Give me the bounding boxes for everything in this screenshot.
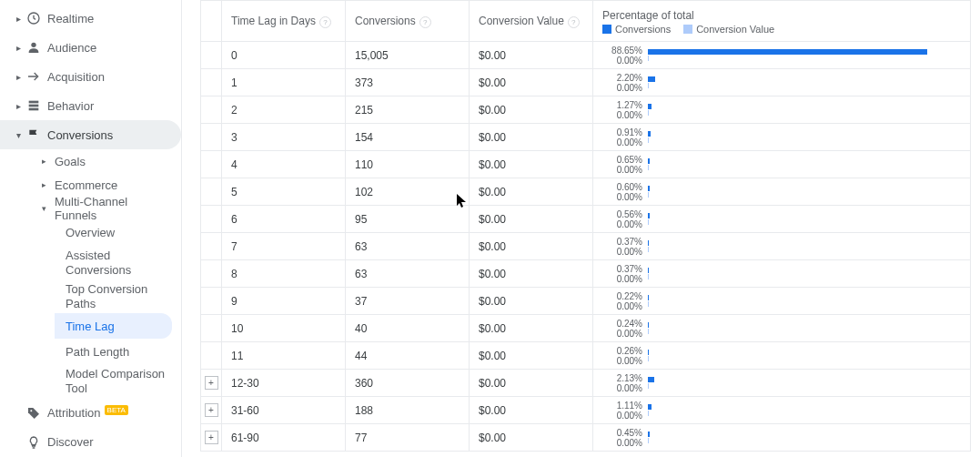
sidebar-item-path-length[interactable]: Path Length [55, 339, 181, 364]
pct-bars [648, 397, 970, 423]
pct-title: Percentage of total [602, 9, 961, 22]
cell-conversion-value: $0.00 [470, 342, 593, 370]
value: 61-90 [231, 432, 259, 444]
bar-conversions [648, 131, 651, 137]
expand-button[interactable]: + [205, 431, 218, 444]
bar-conversions [648, 104, 652, 109]
sidebar-item-assisted[interactable]: Assisted Conversions [55, 246, 175, 279]
sidebar-item-goals[interactable]: ▸ Goals [44, 149, 181, 173]
pct-labels: 0.22%0.00% [593, 288, 648, 314]
value: 360 [355, 377, 373, 390]
sidebar-item-time-lag[interactable]: Time Lag [55, 313, 172, 339]
table-row: 763$0.000.37%0.00% [201, 233, 971, 260]
help-icon[interactable]: ? [568, 16, 580, 28]
chevron-right-icon: ▸ [13, 101, 24, 111]
cell-timelag: 8 [222, 260, 346, 288]
sidebar-item-mcf[interactable]: ▾ Multi-Channel Funnels [44, 197, 181, 220]
value: 44 [355, 350, 367, 362]
cell-conversion-value: $0.00 [470, 288, 593, 315]
col-conversions[interactable]: Conversions? [346, 1, 470, 42]
bar-conversion-value [648, 274, 649, 279]
bar-conversions [648, 377, 654, 382]
bar-conversions [648, 295, 649, 300]
pct-labels: 88.65%0.00% [593, 42, 648, 68]
expand-cell [201, 178, 222, 206]
sidebar-item-ecommerce[interactable]: ▸ Ecommerce [44, 173, 181, 197]
value: 11 [231, 350, 243, 362]
value: $0.00 [479, 213, 506, 226]
pct-bars [648, 178, 970, 205]
stack-icon [24, 98, 44, 113]
value: $0.00 [479, 49, 506, 62]
value: 4 [231, 158, 237, 171]
nav-item-realtime[interactable]: ▸ Realtime [0, 4, 181, 33]
beta-badge: BETA [105, 405, 128, 415]
bar-conversions [648, 76, 655, 82]
cell-conversions: 40 [346, 315, 470, 342]
help-icon[interactable]: ? [419, 16, 431, 28]
pct-labels: 0.26%0.00% [593, 342, 648, 369]
nav-label: AttributionBETA [47, 406, 128, 420]
cell-timelag: 7 [222, 233, 346, 260]
bar-conversion-value [648, 83, 649, 88]
person-icon [24, 40, 44, 55]
nav-item-behavior[interactable]: ▸ Behavior [0, 91, 181, 120]
cell-conversions: 373 [346, 69, 470, 96]
sidebar-item-label: Model Comparison Tool [66, 367, 175, 395]
pct-labels: 0.37%0.00% [593, 260, 648, 287]
sidebar: ▸ Realtime ▸ Audience ▸ Acquisition [0, 0, 182, 457]
cell-percentage: 2.13%0.00% [593, 370, 971, 397]
cell-percentage: 0.60%0.00% [593, 178, 971, 206]
chevron-right-icon: ▸ [42, 157, 46, 166]
nav-item-conversions[interactable]: ▾ Conversions [0, 120, 181, 149]
nav-item-audience[interactable]: ▸ Audience [0, 33, 181, 62]
bar-conversion-value [648, 356, 649, 361]
value: 154 [355, 131, 373, 144]
cell-conversions: 188 [346, 397, 470, 424]
expand-cell [201, 96, 222, 124]
cell-conversions: 15,005 [346, 42, 470, 69]
cell-conversion-value: $0.00 [470, 151, 593, 178]
cell-timelag: 11 [222, 342, 346, 370]
sidebar-item-overview[interactable]: Overview [55, 220, 181, 246]
bar-conversions [648, 404, 652, 410]
col-conversion-value[interactable]: Conversion Value? [470, 1, 593, 42]
table-row: 5102$0.000.60%0.00% [201, 178, 971, 206]
col-timelag[interactable]: Time Lag in Days? [222, 1, 346, 42]
bar-conversions [648, 158, 650, 164]
expand-button[interactable]: + [205, 376, 218, 390]
legend-conversion-value: Conversion Value [683, 24, 774, 35]
cell-conversion-value: $0.00 [470, 315, 593, 342]
expand-cell [201, 233, 222, 260]
pct-bars [648, 370, 970, 396]
cell-conversions: 102 [346, 178, 470, 206]
nav-item-discover[interactable]: Discover [0, 428, 181, 457]
chevron-down-icon: ▾ [42, 204, 46, 213]
nav-label: Acquisition [47, 70, 105, 84]
cell-percentage: 0.24%0.00% [593, 315, 971, 342]
value: 8 [231, 268, 237, 280]
cell-timelag: 5 [222, 178, 346, 206]
sidebar-item-model-comparison[interactable]: Model Comparison Tool [55, 364, 175, 398]
nav-item-attribution[interactable]: AttributionBETA [0, 399, 181, 428]
sidebar-item-top-paths[interactable]: Top Conversion Paths [55, 279, 175, 313]
expand-cell[interactable]: + [201, 370, 222, 397]
expand-cell[interactable]: + [201, 397, 222, 424]
chevron-right-icon: ▸ [13, 43, 24, 53]
nav-item-acquisition[interactable]: ▸ Acquisition [0, 62, 181, 91]
help-icon[interactable]: ? [319, 16, 331, 28]
bar-conversion-value [648, 438, 649, 443]
cell-conversions: 44 [346, 342, 470, 370]
table-row: +12-30360$0.002.13%0.00% [201, 370, 971, 397]
expand-cell [201, 69, 222, 96]
cell-percentage: 0.26%0.00% [593, 342, 971, 370]
value: 102 [355, 186, 373, 198]
col-expand [201, 1, 222, 42]
expand-button[interactable]: + [205, 403, 218, 417]
cell-conversion-value: $0.00 [470, 424, 593, 452]
sidebar-item-label: Assisted Conversions [66, 249, 175, 277]
chevron-right-icon: ▸ [13, 14, 24, 24]
pct-bars [648, 69, 970, 96]
table-row: 2215$0.001.27%0.00% [201, 96, 971, 124]
expand-cell[interactable]: + [201, 424, 222, 452]
